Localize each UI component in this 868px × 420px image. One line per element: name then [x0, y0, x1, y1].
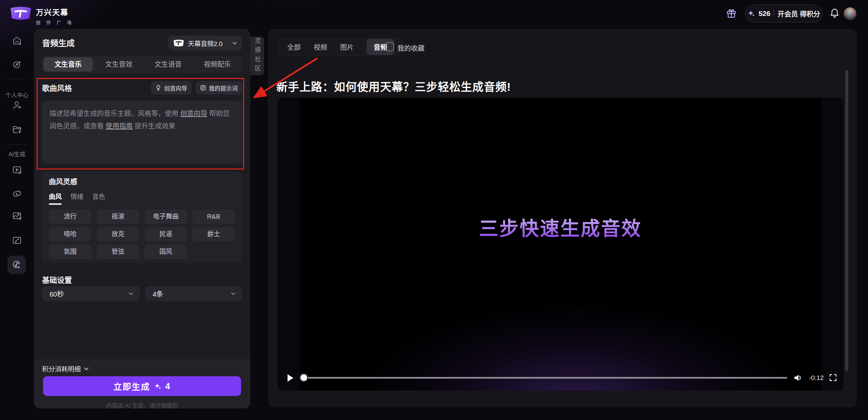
brand-subtitle: 创 作 广 场	[36, 19, 74, 25]
gift-icon[interactable]	[726, 7, 737, 19]
generate-cost: 4	[165, 381, 171, 391]
progress-bar[interactable]	[308, 377, 787, 379]
genre-category-tabs: 曲风 情绪 音色	[49, 192, 235, 201]
genre-chip[interactable]: 嘻哈	[49, 227, 92, 241]
generate-footer: 积分消耗明细 立即生成 4 内容由 AI 生成，请仔细甄别	[34, 359, 250, 408]
settings-section-title: 基础设置	[42, 274, 72, 285]
annotation-rectangle	[37, 78, 244, 169]
genre-section-title: 曲风灵感	[49, 176, 235, 186]
sidebar-section-ai: AI生成	[0, 149, 34, 158]
tab-video[interactable]: 视频	[314, 42, 327, 52]
genre-chip[interactable]: 民谣	[144, 227, 187, 241]
volume-icon[interactable]	[793, 373, 803, 382]
annotation-arrow	[237, 51, 329, 110]
points-count: 526	[758, 9, 770, 18]
tab-video-bgm[interactable]: 视频配乐	[193, 57, 242, 72]
tab-text-to-sfx[interactable]: 文生音效	[94, 57, 144, 72]
tab-image[interactable]: 图片	[340, 42, 354, 52]
duration-select[interactable]: 60秒	[42, 286, 140, 301]
sidebar-divider	[6, 144, 28, 145]
tab-mood[interactable]: 情绪	[71, 192, 83, 201]
genre-chip[interactable]: 电子舞曲	[144, 209, 187, 224]
model-selector-value: 天幕音频2.0	[188, 39, 229, 48]
model-logo-icon	[173, 39, 184, 47]
tab-timbre[interactable]: 音色	[92, 192, 105, 201]
sidebar-item-profile[interactable]	[12, 100, 22, 110]
genre-chip[interactable]: R&B	[192, 209, 235, 224]
brand-block: 万兴天幕 创 作 广 场	[36, 6, 74, 25]
sidebar-section-personal: 个人中心	[0, 91, 34, 99]
brand-logo-icon	[9, 5, 32, 21]
content-panel: 全部 视频 图片 音频 我的收藏 新手上路：如何使用天幕？三步轻松生成音频! 三…	[268, 29, 857, 407]
genre-chip[interactable]: 爵士	[192, 227, 235, 241]
genre-chip[interactable]: 摇滚	[97, 209, 139, 224]
chevron-down-icon	[232, 40, 237, 46]
fullscreen-icon[interactable]	[829, 374, 837, 382]
sidebar-divider	[6, 79, 28, 79]
chevron-down-icon	[83, 366, 89, 372]
chevron-down-icon	[231, 291, 236, 296]
points-membership-pill[interactable]: 526 开会员 得积分	[745, 5, 823, 22]
generate-button[interactable]: 立即生成 4	[43, 376, 241, 396]
membership-label[interactable]: 开会员 得积分	[777, 9, 820, 19]
genre-chip[interactable]: 国风	[144, 245, 187, 259]
sidebar-item-home[interactable]	[12, 36, 22, 46]
tab-text-to-voice[interactable]: 文生语音	[143, 57, 193, 72]
points-detail-label: 积分消耗明细	[42, 364, 81, 373]
duration-value: 60秒	[50, 289, 128, 299]
panel-title: 音频生成	[42, 37, 75, 48]
ai-disclaimer: 内容由 AI 生成，请仔细甄别	[34, 401, 250, 409]
sidebar-item-discover[interactable]	[12, 59, 22, 69]
sidebar-item-assets[interactable]	[12, 124, 22, 134]
seek-handle[interactable]	[300, 374, 307, 381]
genre-inspiration-card: 曲风灵感 曲风 情绪 音色 流行 摇滚 电子舞曲 R&B 嘻哈 放克 民谣 爵士…	[42, 171, 242, 263]
genre-chip[interactable]: 流行	[49, 209, 92, 224]
favorites-checkbox[interactable]	[385, 42, 394, 51]
points-detail-toggle[interactable]: 积分消耗明细	[42, 364, 89, 373]
sparkle-icon	[154, 383, 161, 390]
pill-divider	[774, 10, 774, 17]
genre-chip[interactable]: 氛围	[49, 245, 92, 259]
time-remaining: -0:12	[809, 374, 824, 382]
notifications-bell-icon[interactable]	[829, 8, 840, 18]
content-scrollbar[interactable]	[845, 70, 848, 371]
app-logo-icon[interactable]	[9, 5, 32, 21]
generate-label: 立即生成	[114, 380, 150, 392]
genre-chip[interactable]: 管弦	[97, 245, 139, 259]
tab-text-to-music[interactable]: 文生音乐	[43, 57, 93, 72]
brand-title: 万兴天幕	[36, 6, 74, 17]
sidebar-item-ai-audio-active[interactable]	[7, 256, 26, 274]
user-avatar[interactable]	[844, 7, 856, 20]
video-screen	[300, 98, 821, 391]
tab-all[interactable]: 全部	[287, 42, 301, 52]
active-tab-underline	[49, 203, 62, 205]
sparkle-icon	[748, 10, 755, 17]
generation-mode-tabs: 文生音乐 文生音效 文生语音 视频配乐	[42, 56, 242, 73]
sidebar-item-ai-creative[interactable]	[12, 188, 22, 198]
chevron-down-icon	[128, 291, 134, 296]
count-select[interactable]: 4条	[145, 286, 242, 301]
tutorial-video-player[interactable]: 三步快速生成音效 -0:12	[277, 98, 843, 391]
genre-chip-grid: 流行 摇滚 电子舞曲 R&B 嘻哈 放克 民谣 爵士 氛围 管弦 国风	[49, 209, 235, 259]
genre-chip[interactable]: 放克	[97, 227, 139, 241]
favorites-label[interactable]: 我的收藏	[397, 43, 425, 53]
sidebar-item-ai-image[interactable]	[12, 211, 22, 221]
tab-genre[interactable]: 曲风	[49, 192, 62, 201]
video-overlay-text: 三步快速生成音效	[277, 213, 843, 241]
sidebar-item-ai-image-edit[interactable]	[12, 235, 22, 245]
model-selector-dropdown[interactable]: 天幕音频2.0	[168, 36, 242, 51]
count-value: 4条	[153, 289, 231, 299]
play-button[interactable]	[288, 374, 293, 382]
sidebar-item-ai-video[interactable]	[12, 165, 22, 175]
app-window: 万兴天幕 创 作 广 场 526 开会员 得积分	[0, 0, 868, 420]
